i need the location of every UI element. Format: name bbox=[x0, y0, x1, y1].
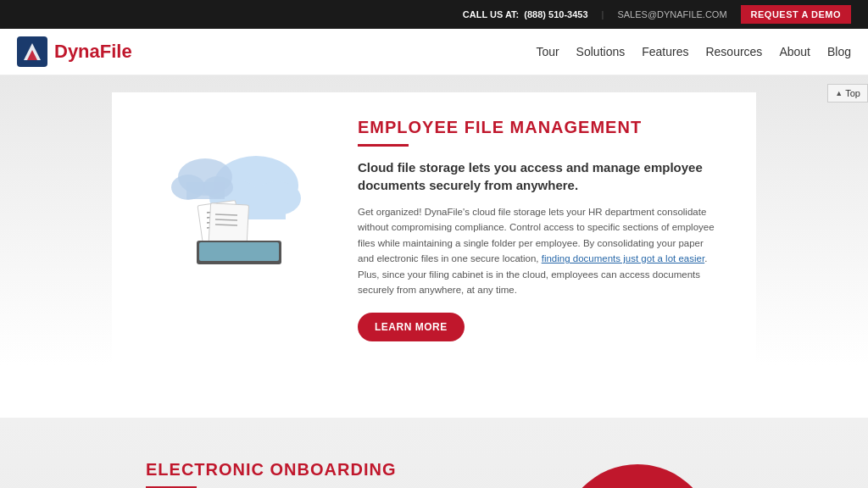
laptop-circle-illustration bbox=[493, 460, 714, 488]
employee-file-management-text: EMPLOYEE FILE MANAGEMENT Cloud file stor… bbox=[358, 118, 722, 341]
learn-more-button[interactable]: LEARN MORE bbox=[358, 313, 465, 341]
phone-number: (888) 510-3453 bbox=[524, 9, 587, 19]
content-wrapper: EMPLOYEE FILE MANAGEMENT Cloud file stor… bbox=[112, 92, 756, 401]
finding-docs-link[interactable]: finding documents just got a lot easier bbox=[542, 253, 704, 263]
top-tip-button[interactable]: Top bbox=[827, 84, 868, 103]
request-demo-button[interactable]: REQUEST A DEMO bbox=[741, 5, 851, 24]
nav-about[interactable]: About bbox=[779, 45, 810, 58]
svg-line-17 bbox=[215, 214, 237, 215]
electronic-onboarding-section: ELECTRONIC ONBOARDING Go from paper form… bbox=[0, 418, 868, 488]
logo-dyna: Dyna bbox=[54, 41, 100, 62]
phone-info: CALL US AT: (888) 510-3453 bbox=[463, 9, 588, 19]
employee-file-management-section: EMPLOYEE FILE MANAGEMENT Cloud file stor… bbox=[146, 118, 722, 375]
svg-line-19 bbox=[215, 225, 237, 225]
nav-features[interactable]: Features bbox=[642, 45, 688, 58]
divider: | bbox=[602, 9, 604, 19]
section1-title: EMPLOYEE FILE MANAGEMENT bbox=[358, 118, 722, 137]
svg-rect-10 bbox=[186, 182, 225, 199]
circle-background bbox=[561, 464, 714, 488]
logo-text: DynaFile bbox=[54, 41, 132, 63]
logo-file: File bbox=[100, 41, 132, 62]
section1-body: Get organized! DynaFile's cloud file sto… bbox=[358, 204, 722, 297]
email-info: SALES@DYNAFILE.COM bbox=[617, 9, 726, 19]
section2-text: ELECTRONIC ONBOARDING Go from paper form… bbox=[146, 460, 459, 488]
section1-subtitle: Cloud file storage lets you access and m… bbox=[358, 158, 722, 194]
onboarding-illustration-container bbox=[485, 460, 722, 488]
section1-divider bbox=[358, 144, 409, 147]
call-label: CALL US AT: bbox=[463, 9, 519, 19]
nav-resources[interactable]: Resources bbox=[705, 45, 762, 58]
section2-title: ELECTRONIC ONBOARDING bbox=[146, 460, 459, 480]
section2-inner: ELECTRONIC ONBOARDING Go from paper form… bbox=[112, 443, 756, 488]
logo-icon bbox=[17, 36, 47, 67]
cloud-documents-illustration bbox=[154, 135, 324, 270]
svg-line-18 bbox=[215, 219, 237, 220]
main-content: Top bbox=[0, 75, 868, 488]
top-bar: CALL US AT: (888) 510-3453 | SALES@DYNAF… bbox=[0, 0, 868, 29]
header: DynaFile Tour Solutions Features Resourc… bbox=[0, 29, 868, 75]
cloud-illustration-container bbox=[146, 118, 332, 270]
main-nav: Tour Solutions Features Resources About … bbox=[536, 45, 851, 58]
nav-tour[interactable]: Tour bbox=[536, 45, 559, 58]
logo[interactable]: DynaFile bbox=[17, 36, 132, 67]
svg-rect-21 bbox=[199, 242, 279, 261]
nav-blog[interactable]: Blog bbox=[827, 45, 851, 58]
nav-solutions[interactable]: Solutions bbox=[576, 45, 626, 58]
